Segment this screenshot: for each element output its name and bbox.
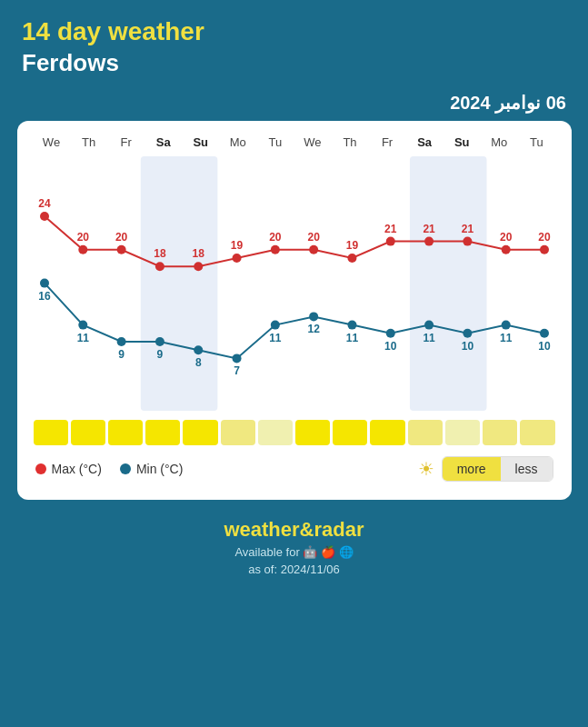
svg-text:18: 18: [154, 247, 166, 260]
day-col-11: Su: [443, 135, 480, 149]
svg-text:16: 16: [38, 289, 51, 302]
min-label: Min (°C): [136, 462, 183, 476]
svg-text:24: 24: [38, 197, 51, 210]
svg-point-20: [385, 236, 394, 245]
day-col-10: Sa: [406, 135, 443, 149]
legend-right: ☀ more less: [418, 456, 553, 482]
asof-label: as of: 2024/11/06: [248, 563, 339, 576]
svg-text:21: 21: [384, 222, 397, 234]
svg-text:20: 20: [76, 230, 89, 243]
svg-point-30: [40, 278, 49, 287]
day-col-1: Th: [71, 135, 107, 149]
svg-text:9: 9: [118, 348, 125, 361]
sunshine-bar-1: [71, 420, 105, 445]
sunshine-bar-5: [221, 420, 255, 445]
day-col-8: Th: [332, 135, 368, 149]
svg-point-42: [270, 320, 279, 329]
day-label-12: Mo: [491, 135, 507, 149]
svg-text:20: 20: [307, 230, 320, 243]
svg-point-16: [309, 244, 318, 254]
brand-ampersand: &: [300, 518, 314, 541]
svg-text:19: 19: [230, 239, 243, 252]
svg-text:19: 19: [345, 239, 358, 252]
day-col-2: Fr: [108, 135, 145, 149]
more-button[interactable]: more: [443, 457, 501, 481]
chart-card: WeThFrSaSuMoTuWeThFrSaSuMoTu 24202018181…: [17, 121, 572, 500]
brand-logo: weather&radar: [224, 518, 364, 542]
day-col-12: Mo: [481, 135, 517, 149]
svg-point-50: [424, 320, 434, 329]
svg-text:11: 11: [500, 331, 513, 344]
svg-point-2: [40, 212, 49, 221]
svg-point-12: [232, 254, 241, 263]
svg-point-26: [501, 244, 510, 254]
sunshine-bar-10: [408, 420, 443, 445]
sunshine-bar-6: [258, 420, 293, 445]
svg-rect-0: [140, 156, 217, 411]
legend-left: Max (°C) Min (°C): [35, 462, 184, 476]
svg-point-24: [463, 236, 472, 245]
day-label-5: Mo: [230, 135, 246, 149]
svg-point-14: [270, 244, 279, 254]
svg-text:18: 18: [192, 247, 204, 260]
svg-text:9: 9: [156, 348, 163, 361]
svg-rect-1: [409, 156, 486, 411]
sunshine-bar-9: [370, 420, 404, 445]
sunshine-bar-12: [483, 420, 517, 445]
less-button[interactable]: less: [501, 457, 553, 481]
day-col-6: Tu: [257, 135, 294, 149]
more-less-toggle[interactable]: more less: [442, 456, 553, 482]
svg-point-10: [194, 262, 203, 271]
svg-point-52: [463, 328, 472, 337]
legend-row: Max (°C) Min (°C) ☀ more less: [26, 445, 563, 485]
sunshine-bar-13: [520, 420, 554, 445]
days-row: WeThFrSaSuMoTuWeThFrSaSuMoTu: [26, 135, 563, 149]
svg-text:20: 20: [115, 230, 127, 243]
day-label-0: We: [43, 135, 60, 149]
sunshine-bar-11: [445, 420, 480, 445]
day-col-4: Su: [183, 135, 219, 149]
sunshine-bar-8: [333, 420, 367, 445]
day-label-8: Th: [343, 135, 356, 149]
date-row: 06 نوامبر 2024: [0, 86, 588, 121]
sunshine-bar-3: [145, 420, 180, 445]
chart-area: 2420201818192020192121212020161199871112…: [26, 156, 563, 411]
svg-text:20: 20: [269, 230, 282, 243]
svg-text:10: 10: [461, 339, 473, 352]
day-label-6: Tu: [269, 135, 283, 149]
day-label-7: We: [304, 135, 321, 149]
svg-point-54: [501, 320, 510, 329]
day-label-1: Th: [82, 135, 95, 149]
day-col-5: Mo: [220, 135, 256, 149]
day-col-0: We: [34, 135, 70, 149]
brand-secondary: radar: [314, 518, 364, 541]
available-label: Available for 🤖 🍎 🌐: [234, 545, 353, 559]
svg-point-34: [116, 337, 125, 346]
sunshine-bar-0: [34, 420, 68, 445]
day-label-9: Fr: [382, 135, 393, 149]
svg-text:7: 7: [234, 364, 240, 377]
svg-point-44: [309, 312, 318, 321]
svg-text:11: 11: [345, 331, 358, 344]
day-label-11: Su: [454, 135, 470, 149]
svg-text:20: 20: [538, 230, 551, 243]
day-label-10: Sa: [417, 135, 432, 149]
sunshine-bar-7: [295, 420, 330, 445]
city-title: Ferdows: [22, 49, 566, 77]
svg-text:10: 10: [384, 339, 397, 352]
day-col-9: Fr: [369, 135, 405, 149]
sunshine-row: [26, 420, 563, 445]
svg-point-56: [540, 328, 549, 337]
legend-min: Min (°C): [120, 462, 183, 476]
svg-point-6: [116, 244, 125, 254]
sun-icon: ☀: [418, 458, 434, 480]
brand-main: weather: [224, 518, 299, 541]
svg-point-36: [154, 337, 164, 346]
svg-text:21: 21: [423, 222, 435, 234]
date-display: 06 نوامبر 2024: [450, 92, 566, 114]
svg-text:12: 12: [307, 323, 320, 335]
svg-text:11: 11: [423, 331, 435, 344]
max-dot: [35, 463, 46, 474]
svg-point-22: [424, 236, 434, 245]
legend-max: Max (°C): [35, 462, 102, 476]
